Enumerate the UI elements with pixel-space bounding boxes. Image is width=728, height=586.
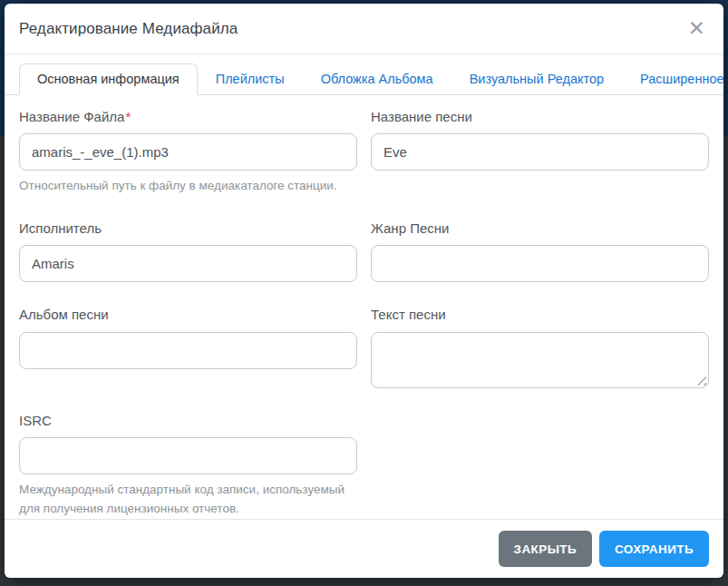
isrc-input[interactable] <box>19 437 357 474</box>
modal-title: Редактирование Медиафайла <box>19 20 238 38</box>
tab-playlists[interactable]: Плейлисты <box>198 63 303 95</box>
file-name-help-text: Относительный путь к файлу в медиакатало… <box>19 177 357 196</box>
field-group-album: Альбом песни <box>19 306 357 368</box>
field-group-isrc: ISRC Международный стандартный код запис… <box>19 412 357 519</box>
genre-input[interactable] <box>371 245 709 282</box>
album-input[interactable] <box>19 332 357 369</box>
tab-bar: Основная информация Плейлисты Обложка Ал… <box>5 54 723 95</box>
file-name-label-text: Название Файла <box>19 109 124 124</box>
save-button[interactable]: СОХРАНИТЬ <box>599 531 709 567</box>
isrc-help-text: Международный стандартный код записи, ис… <box>19 481 357 519</box>
song-title-label: Название песни <box>371 108 709 126</box>
field-group-file-name: Название Файла* Относительный путь к фай… <box>19 108 357 196</box>
album-label: Альбом песни <box>19 306 357 324</box>
required-asterisk: * <box>125 109 131 124</box>
lyrics-textarea[interactable] <box>371 332 709 388</box>
tab-basic-info[interactable]: Основная информация <box>19 63 198 95</box>
close-button[interactable]: ЗАКРЫТЬ <box>499 531 592 567</box>
modal-header: Редактирование Медиафайла ✕ <box>5 4 723 54</box>
field-group-artist: Исполнитель <box>19 220 357 282</box>
song-title-input[interactable] <box>371 133 709 171</box>
file-name-label: Название Файла* <box>19 108 357 126</box>
isrc-label: ISRC <box>19 412 357 430</box>
lyrics-label: Текст песни <box>371 306 709 324</box>
tab-album-art[interactable]: Обложка Альбома <box>303 63 451 95</box>
edit-media-modal: Редактирование Медиафайла ✕ Основная инф… <box>5 4 723 578</box>
field-group-lyrics: Текст песни <box>371 306 709 387</box>
tab-advanced[interactable]: Расширенное <box>622 63 728 95</box>
genre-label: Жанр Песни <box>371 220 709 238</box>
field-group-song-title: Название песни <box>371 108 709 171</box>
modal-footer: ЗАКРЫТЬ СОХРАНИТЬ <box>5 519 723 578</box>
file-name-input[interactable] <box>19 133 357 171</box>
tab-visual-editor[interactable]: Визуальный Редактор <box>451 63 622 95</box>
field-group-genre: Жанр Песни <box>371 220 709 282</box>
close-icon[interactable]: ✕ <box>684 18 709 39</box>
artist-input[interactable] <box>19 245 357 282</box>
modal-body: Название Файла* Относительный путь к фай… <box>5 95 723 519</box>
artist-label: Исполнитель <box>19 220 357 238</box>
